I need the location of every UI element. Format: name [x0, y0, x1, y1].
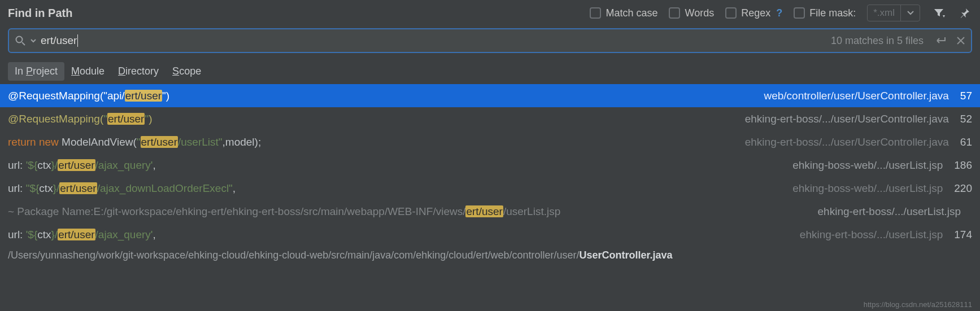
file-mask-combo[interactable]: *.xml [867, 5, 920, 21]
result-line: 186 [954, 159, 972, 172]
chevron-down-icon[interactable] [31, 39, 36, 43]
checkbox-icon [590, 7, 601, 19]
result-line: 174 [954, 229, 972, 241]
result-code: @RequestMapping("ert/user") [8, 113, 738, 125]
result-code: ~ Package Name:E:/git-workspace/ehking-e… [8, 205, 811, 218]
top-bar: Find in Path Match case Words Regex ? Fi… [0, 0, 980, 25]
regex-help-icon[interactable]: ? [776, 7, 782, 19]
result-code: url: '${ctx}/ert/user/ajax_query', [8, 159, 786, 172]
result-path: web/controller/user/UserController.java [764, 90, 948, 102]
regex-option[interactable]: Regex ? [725, 7, 782, 19]
match-case-option[interactable]: Match case [590, 7, 657, 19]
words-option[interactable]: Words [669, 7, 714, 19]
tab-directory[interactable]: Directory [111, 62, 165, 81]
result-path: ehking-ert-boss/.../userList.jsp [818, 205, 961, 218]
result-path: ehking-boss-web/.../userList.jsp [792, 159, 943, 172]
close-icon[interactable] [956, 36, 965, 45]
words-label: Words [685, 7, 714, 19]
match-case-label: Match case [606, 7, 657, 19]
search-query: ert/user [41, 34, 826, 47]
file-mask-label: File mask: [809, 7, 856, 19]
preview-path: /Users/yunnasheng/work/git-workspace/ehk… [0, 246, 980, 262]
enter-icon[interactable] [934, 36, 946, 45]
search-wrap: ert/user 10 matches in 5 files [0, 25, 980, 56]
result-path: ehking-ert-boss/.../user/UserController.… [745, 136, 949, 148]
result-row[interactable]: @RequestMapping("ert/user")ehking-ert-bo… [0, 107, 980, 130]
result-path: ehking-ert-boss/.../userList.jsp [800, 229, 943, 241]
result-path: ehking-ert-boss/.../user/UserController.… [745, 113, 949, 125]
tab-project[interactable]: In Project [8, 62, 64, 81]
result-line: 220 [954, 182, 972, 195]
result-row[interactable]: @RequestMapping("api/ert/user")web/contr… [0, 84, 980, 107]
pin-icon[interactable] [957, 6, 972, 20]
watermark: https://blog.csdn.net/a251628111 [864, 300, 972, 309]
tab-scope[interactable]: Scope [165, 62, 208, 81]
preview-path-file: UserController.java [579, 249, 672, 261]
result-row[interactable]: ~ Package Name:E:/git-workspace/ehking-e… [0, 200, 980, 223]
result-row[interactable]: return new ModelAndView("ert/user/userLi… [0, 130, 980, 154]
checkbox-icon [794, 7, 805, 19]
result-path: ehking-boss-web/.../userList.jsp [792, 182, 943, 195]
file-mask-option[interactable]: File mask: [794, 7, 856, 19]
scope-tabs: In ProjectModuleDirectoryScope [0, 56, 980, 84]
result-row[interactable]: url: "${ctx}/ert/user/ajax_downLoadOrder… [0, 177, 980, 200]
checkbox-icon [669, 7, 680, 19]
svg-marker-0 [943, 15, 945, 17]
checkbox-icon [725, 7, 737, 19]
result-code: return new ModelAndView("ert/user/userLi… [8, 136, 738, 148]
result-code: url: '${ctx}/ert/user/ajax_query', [8, 229, 793, 241]
chevron-down-icon[interactable] [900, 5, 920, 21]
search-input[interactable]: ert/user 10 matches in 5 files [8, 28, 972, 53]
results-list: @RequestMapping("api/ert/user")web/contr… [0, 84, 980, 246]
file-mask-value: *.xml [868, 7, 900, 19]
result-line: 52 [960, 113, 972, 125]
svg-line-2 [22, 42, 25, 45]
result-line: 61 [960, 136, 972, 148]
search-icon [15, 35, 26, 46]
result-line: 57 [960, 90, 972, 102]
text-caret [77, 34, 78, 47]
tab-module[interactable]: Module [64, 62, 111, 81]
result-code: url: "${ctx}/ert/user/ajax_downLoadOrder… [8, 182, 786, 195]
regex-label: Regex [741, 7, 770, 19]
result-row[interactable]: url: '${ctx}/ert/user/ajax_query',ehking… [0, 154, 980, 177]
match-summary: 10 matches in 5 files [831, 35, 924, 47]
preview-path-prefix: /Users/yunnasheng/work/git-workspace/ehk… [8, 249, 579, 261]
filter-icon[interactable] [931, 6, 946, 20]
result-row[interactable]: url: '${ctx}/ert/user/ajax_query',ehking… [0, 223, 980, 246]
svg-point-1 [16, 37, 23, 43]
result-code: @RequestMapping("api/ert/user") [8, 90, 757, 102]
dialog-title: Find in Path [8, 7, 72, 20]
